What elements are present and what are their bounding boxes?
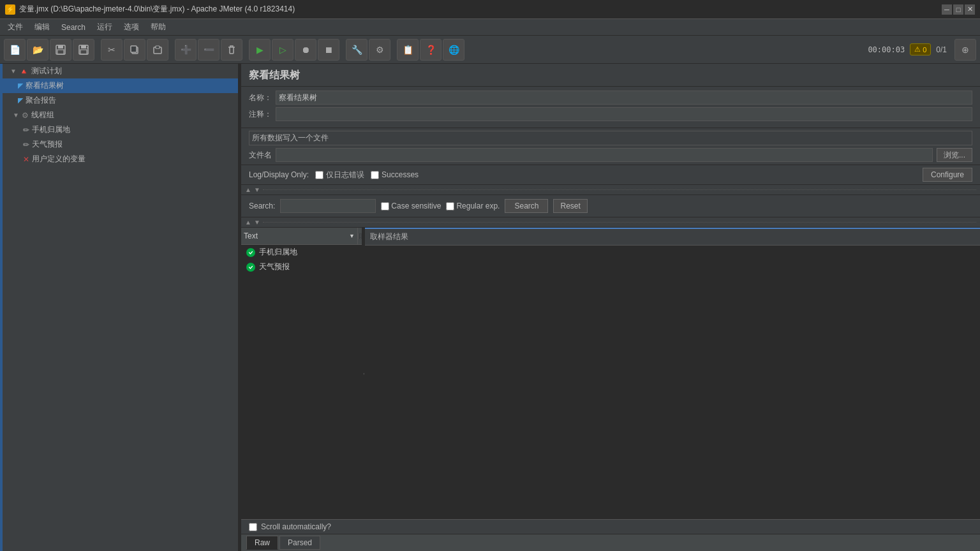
tree-item-label: 用户定义的变量 bbox=[32, 154, 85, 165]
tree-expand-icon: ▼ bbox=[10, 68, 17, 75]
title-controls[interactable]: ─ □ ✕ bbox=[942, 4, 975, 15]
log-error-checkbox[interactable] bbox=[315, 171, 323, 179]
ratio-display: 0/1 bbox=[936, 45, 947, 54]
new-button[interactable]: 📄 bbox=[4, 39, 26, 61]
config-icon: ✕ bbox=[23, 155, 29, 164]
global-settings-button[interactable]: ⊕ bbox=[954, 39, 976, 61]
log-options-row: Log/Display Only: 仅日志错误 Successes Config… bbox=[241, 165, 980, 185]
svg-rect-10 bbox=[156, 46, 160, 48]
divider-line bbox=[263, 222, 976, 223]
sidebar-item-view-results-tree[interactable]: ◤ 察看结果树 bbox=[3, 78, 238, 93]
tree-item-label: 聚合报告 bbox=[26, 95, 56, 106]
remote-button[interactable]: 🌐 bbox=[443, 39, 464, 61]
results-resize-handle[interactable]: ⋮ bbox=[358, 233, 362, 239]
successes-checkbox[interactable] bbox=[371, 171, 379, 179]
svg-rect-1 bbox=[58, 45, 63, 48]
remote-stop-button[interactable]: ⚙ bbox=[369, 39, 390, 61]
sidebar-item-aggregate-report[interactable]: ◤ 聚合报告 bbox=[3, 93, 238, 108]
sidebar-item-user-vars[interactable]: ✕ 用户定义的变量 bbox=[3, 152, 238, 166]
scroll-auto-checkbox[interactable] bbox=[249, 523, 257, 531]
add-button[interactable]: ➕ bbox=[175, 39, 197, 61]
log-error-group: 仅日志错误 bbox=[315, 170, 364, 180]
start-no-pauses-button[interactable]: ▷ bbox=[272, 39, 293, 61]
remote-start-button[interactable]: 🔧 bbox=[346, 39, 368, 61]
menu-edit[interactable]: 编辑 bbox=[29, 20, 55, 34]
file-name-input[interactable] bbox=[276, 148, 933, 162]
start-button[interactable]: ▶ bbox=[249, 39, 271, 61]
minimize-button[interactable]: ─ bbox=[942, 4, 952, 15]
name-input[interactable] bbox=[276, 91, 972, 105]
help-button[interactable]: ❓ bbox=[420, 39, 442, 61]
shutdown-button[interactable]: ⏹ bbox=[318, 39, 339, 61]
tree-item-label: 线程组 bbox=[31, 110, 54, 121]
file-row: 文件名 浏览... bbox=[249, 148, 972, 162]
bottom-section: Scroll automatically? Raw Parsed bbox=[241, 519, 980, 551]
results-list: 手机归属地 天气预报 bbox=[241, 245, 362, 519]
form-section: 名称： 注释： bbox=[241, 87, 980, 128]
comment-label: 注释： bbox=[249, 109, 272, 120]
menu-search[interactable]: Search bbox=[56, 22, 91, 33]
timer-display: 00:00:03 bbox=[868, 45, 905, 54]
cut-button[interactable]: ✂ bbox=[101, 39, 122, 61]
remove-button[interactable]: ➖ bbox=[198, 39, 219, 61]
sidebar-item-mobile[interactable]: ✏ 手机归属地 bbox=[3, 122, 238, 137]
text-dropdown[interactable]: Text ▼ bbox=[241, 228, 358, 244]
sampler-results-tab[interactable]: 取样器结果 bbox=[365, 228, 980, 246]
browse-button[interactable]: 浏览... bbox=[937, 148, 972, 162]
comment-input[interactable] bbox=[276, 107, 972, 121]
tree-expand-icon: ▼ bbox=[13, 112, 19, 119]
menu-file[interactable]: 文件 bbox=[3, 20, 28, 34]
thread-icon: ⚙ bbox=[22, 111, 29, 120]
maximize-button[interactable]: □ bbox=[953, 4, 963, 15]
divider-line bbox=[263, 189, 976, 190]
clear-button[interactable] bbox=[221, 39, 242, 61]
successes-group: Successes bbox=[371, 170, 419, 179]
copy-button[interactable] bbox=[124, 39, 145, 61]
stop-button[interactable]: ⏺ bbox=[295, 39, 316, 61]
open-button[interactable]: 📂 bbox=[27, 39, 48, 61]
case-sensitive-checkbox[interactable] bbox=[381, 202, 389, 210]
results-header: Text ▼ ⋮ bbox=[241, 228, 362, 245]
search-label: Search: bbox=[249, 202, 275, 210]
svg-rect-8 bbox=[131, 46, 137, 52]
results-left-panel: Text ▼ ⋮ 手机归属地 bbox=[241, 228, 362, 519]
search-input[interactable] bbox=[280, 199, 376, 213]
svg-rect-5 bbox=[80, 50, 87, 54]
result-item-weather[interactable]: 天气预报 bbox=[241, 260, 362, 274]
sidebar-item-weather[interactable]: ✏ 天气预报 bbox=[3, 137, 238, 152]
result-item-mobile[interactable]: 手机归属地 bbox=[241, 245, 362, 260]
sidebar: ▼ 🔺 测试计划 ◤ 察看结果树 ◤ 聚合报告 ▼ ⚙ 线程组 ✏ 手机归属地 bbox=[3, 64, 239, 551]
resize-arrows-top: ▲ ▼ bbox=[241, 185, 980, 195]
result-label: 天气预报 bbox=[259, 261, 290, 272]
search-button[interactable]: Search bbox=[505, 199, 548, 213]
menu-options[interactable]: 选项 bbox=[119, 20, 144, 34]
warning-badge: ⚠ 0 bbox=[910, 43, 931, 55]
menu-run[interactable]: 运行 bbox=[92, 20, 117, 34]
sidebar-item-thread-group[interactable]: ▼ ⚙ 线程组 bbox=[3, 108, 238, 122]
main-layout: ▼ 🔺 测试计划 ◤ 察看结果树 ◤ 聚合报告 ▼ ⚙ 线程组 ✏ 手机归属地 bbox=[0, 64, 980, 551]
results-area: Text ▼ ⋮ 手机归属地 bbox=[241, 228, 980, 519]
app-icon: ⚡ bbox=[5, 4, 15, 15]
listener-icon: ◤ bbox=[18, 82, 23, 90]
name-row: 名称： bbox=[249, 91, 972, 105]
report-button[interactable]: 📋 bbox=[397, 39, 419, 61]
save-as-button[interactable] bbox=[73, 39, 94, 61]
regex-checkbox[interactable] bbox=[446, 202, 454, 210]
save-button[interactable] bbox=[50, 39, 71, 61]
resize-arrows-bottom: ▲ ▼ bbox=[241, 217, 980, 228]
dropdown-arrow-icon: ▼ bbox=[349, 233, 355, 239]
sampler-content-area bbox=[365, 246, 980, 519]
paste-button[interactable] bbox=[147, 39, 168, 61]
configure-button[interactable]: Configure bbox=[923, 168, 972, 182]
tree-item-label: 测试计划 bbox=[31, 66, 62, 77]
parsed-tab[interactable]: Parsed bbox=[279, 536, 320, 550]
close-button[interactable]: ✕ bbox=[965, 4, 975, 15]
scroll-auto-row: Scroll automatically? bbox=[241, 520, 980, 534]
result-label: 手机归属地 bbox=[259, 247, 297, 258]
sidebar-item-test-plan[interactable]: ▼ 🔺 测试计划 bbox=[3, 64, 238, 78]
svg-rect-4 bbox=[81, 45, 86, 48]
raw-tab[interactable]: Raw bbox=[246, 536, 278, 550]
menu-help[interactable]: 帮助 bbox=[145, 20, 171, 34]
reset-button[interactable]: Reset bbox=[553, 199, 587, 213]
scroll-auto-label: Scroll automatically? bbox=[261, 522, 331, 531]
